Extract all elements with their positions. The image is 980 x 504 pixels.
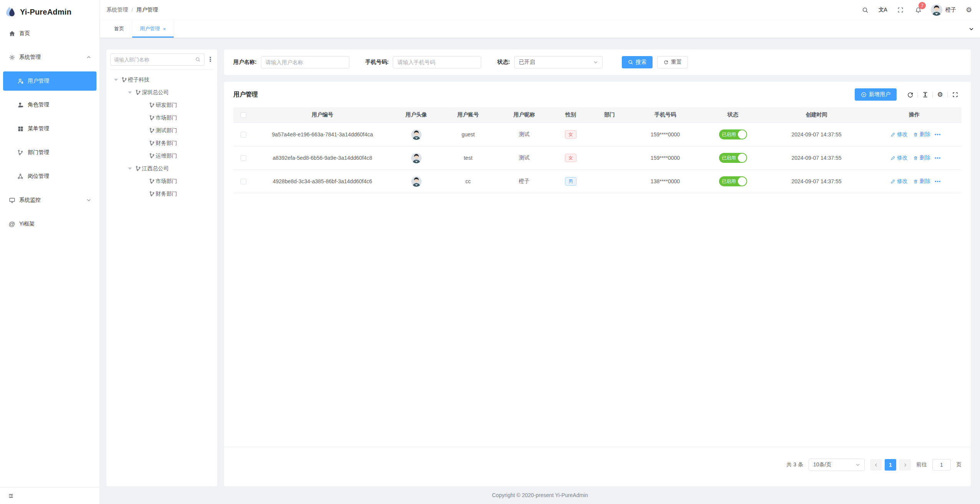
status-select[interactable]: 已开启: [514, 56, 603, 68]
app-root: Yi-PureAdmin 首页 系统管理: [0, 0, 980, 504]
tree-node[interactable]: 江西总公司: [110, 162, 213, 175]
search-icon[interactable]: [856, 0, 874, 20]
pencil-icon: [890, 156, 895, 161]
sidebar-item-posts[interactable]: 岗位管理: [3, 167, 96, 186]
sidebar-item-label: 部门管理: [28, 149, 49, 156]
sidebar-group-monitor[interactable]: 系统监控: [3, 191, 96, 210]
next-page-chevron-icon[interactable]: [899, 459, 911, 471]
more-actions-icon[interactable]: •••: [935, 155, 941, 161]
column-header: 手机号码: [631, 111, 700, 118]
tree-node[interactable]: 财务部门: [110, 187, 213, 200]
sidebar-item-home[interactable]: 首页: [3, 24, 96, 43]
refresh-icon[interactable]: [904, 88, 917, 101]
sidebar-item-framework[interactable]: @ Yi框架: [3, 214, 96, 234]
delete-link[interactable]: 删除: [913, 178, 930, 185]
translate-icon[interactable]: 文A: [874, 0, 892, 20]
bell-icon[interactable]: 7: [909, 0, 927, 20]
sidebar-group-label: 系统监控: [19, 197, 41, 204]
avatar: [411, 153, 422, 163]
goto-page-input[interactable]: [932, 459, 951, 471]
tree-node[interactable]: 运维部门: [110, 149, 213, 162]
waterdrop-logo-icon: [5, 6, 17, 18]
department-icon: [149, 115, 155, 121]
more-actions-icon[interactable]: •••: [935, 132, 941, 138]
row-density-icon[interactable]: [919, 88, 932, 101]
breadcrumb-item[interactable]: 系统管理: [106, 7, 128, 13]
select-all-checkbox[interactable]: [241, 112, 246, 118]
row-checkbox[interactable]: [241, 179, 246, 184]
tree-node[interactable]: 研发部门: [110, 99, 213, 111]
kebab-menu-icon[interactable]: ⋮: [207, 56, 213, 63]
delete-link[interactable]: 删除: [913, 154, 930, 161]
prev-page-chevron-icon[interactable]: [870, 459, 882, 471]
tab-home[interactable]: 首页: [106, 20, 132, 38]
tree-search-input[interactable]: [114, 57, 195, 63]
status-toggle[interactable]: 已启用: [719, 176, 747, 186]
tab-close-icon[interactable]: ×: [163, 26, 166, 32]
trash-icon: [913, 179, 918, 184]
fullscreen-icon[interactable]: [892, 0, 909, 20]
add-user-button[interactable]: 新增用户: [855, 88, 897, 101]
caret-down-icon[interactable]: [114, 79, 121, 81]
department-icon: [149, 178, 155, 184]
current-page-button[interactable]: 1: [885, 459, 896, 471]
collapse-sidebar-icon[interactable]: [7, 492, 14, 499]
tree-node-label: 财务部门: [156, 140, 177, 147]
table-row: 4928be8d-3c34-a385-86bf-3a14dd60f4c6 cc …: [233, 170, 962, 193]
tree-node[interactable]: 市场部门: [110, 175, 213, 187]
sidebar-item-departments[interactable]: 部门管理: [3, 143, 96, 162]
edit-link[interactable]: 修改: [890, 154, 908, 161]
phone-input[interactable]: [393, 56, 481, 68]
caret-down-icon[interactable]: [128, 167, 135, 170]
edit-link[interactable]: 修改: [890, 178, 908, 185]
page-size-value: 10条/页: [813, 461, 855, 468]
edit-link[interactable]: 修改: [890, 131, 908, 138]
tree-node[interactable]: 橙子科技: [110, 73, 213, 86]
delete-link[interactable]: 删除: [913, 131, 930, 138]
sidebar-group-system[interactable]: 系统管理: [3, 48, 96, 67]
user-id: a8392efa-5ed8-6b56-9a9e-3a14dd60f4c8: [253, 155, 392, 161]
sidebar-item-roles[interactable]: 角色管理: [3, 95, 96, 114]
status-toggle[interactable]: 已启用: [719, 153, 747, 163]
user-menu[interactable]: 橙子: [927, 0, 960, 20]
tree-node-label: 运维部门: [156, 153, 177, 159]
column-header: 用户账号: [441, 111, 495, 118]
more-actions-icon[interactable]: •••: [935, 179, 941, 184]
row-checkbox[interactable]: [241, 155, 246, 161]
page-size-select[interactable]: 10条/页: [809, 459, 865, 471]
avatar: [411, 176, 422, 187]
sidebar-submenu-system: 用户管理 角色管理 菜单管理: [3, 71, 96, 186]
user-account: test: [441, 155, 495, 161]
tree-node[interactable]: 财务部门: [110, 137, 213, 149]
tab-more-chevron-icon[interactable]: [962, 20, 980, 38]
sidebar-item-menus[interactable]: 菜单管理: [3, 119, 96, 138]
status-toggle[interactable]: 已启用: [719, 129, 747, 139]
filter-actions: 搜索 重置: [622, 56, 688, 68]
sidebar: Yi-PureAdmin 首页 系统管理: [0, 0, 100, 504]
tree-node[interactable]: 测试部门: [110, 124, 213, 137]
refresh-icon: [663, 60, 669, 65]
reset-button[interactable]: 重置: [657, 56, 688, 68]
department-icon: [149, 128, 155, 133]
main-column: 系统管理 / 用户管理 文A 7: [100, 0, 980, 504]
table-fullscreen-icon[interactable]: [948, 88, 962, 101]
caret-down-icon[interactable]: [128, 91, 135, 94]
column-settings-gear-icon[interactable]: ⚙: [933, 88, 947, 101]
department-tree-panel: ⋮ 橙子科技 深圳总公司: [106, 50, 217, 486]
username: 橙子: [945, 7, 956, 13]
sidebar-item-users[interactable]: 用户管理: [3, 71, 96, 91]
department-icon: [135, 90, 141, 95]
row-checkbox[interactable]: [241, 132, 246, 138]
search-button[interactable]: 搜索: [622, 56, 653, 68]
tree-node[interactable]: 深圳总公司: [110, 86, 213, 99]
tree-node[interactable]: 市场部门: [110, 111, 213, 124]
page-content: ⋮ 橙子科技 深圳总公司: [100, 38, 980, 486]
settings-gear-icon[interactable]: ⚙: [960, 0, 978, 20]
grid-icon: [17, 125, 24, 132]
tab-user-management[interactable]: 用户管理 ×: [132, 20, 174, 38]
username-input[interactable]: [261, 56, 349, 68]
sidebar-item-label: 首页: [19, 30, 30, 37]
user-id: 4928be8d-3c34-a385-86bf-3a14dd60f4c6: [253, 178, 392, 184]
tree-search-row: ⋮: [110, 53, 213, 70]
logo-area[interactable]: Yi-PureAdmin: [0, 0, 100, 24]
